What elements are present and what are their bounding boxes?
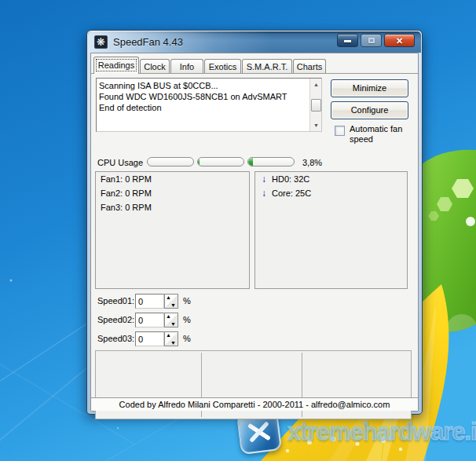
configure-button[interactable]: Configure [331,101,408,119]
speed01-input[interactable] [135,294,164,309]
spin-down-icon[interactable]: ▼ [170,340,176,346]
scroll-up-icon[interactable]: ▲ [310,79,322,90]
log-line: End of detection [99,102,307,113]
temperature-reading: ↓ HD0: 32C [255,172,407,186]
cpu-usage-fill [248,158,253,166]
client-area: Readings Clock Info Exotics S.M.A.R.T. C… [90,53,419,412]
tab-bar: Readings Clock Info Exotics S.M.A.R.T. C… [93,57,327,74]
speedfan-window: ❋ SpeedFan 4.43 ✕ Readings Clock Info Ex… [86,30,423,415]
tab-smart[interactable]: S.M.A.R.T. [242,59,292,74]
fan-reading: Fan2: 0 RPM [96,186,249,200]
tab-clock[interactable]: Clock [140,59,170,74]
temperature-reading: ↓ Core: 25C [255,186,407,200]
speed02-input[interactable] [135,313,164,327]
automatic-fan-speed-checkbox[interactable] [335,126,345,136]
cpu-usage-label: CPU Usage [97,158,143,167]
speed01-unit: % [183,296,191,306]
cpu-usage-bar-3 [247,157,295,166]
minimize-icon [344,40,351,42]
spin-down-icon[interactable]: ▼ [170,321,176,327]
speedfan-app-icon: ❋ [94,35,108,49]
tab-label: Info [180,62,194,71]
log-line: Found WDC WD1600JS-58NCB1 on AdvSMART [99,91,307,102]
temperature-label: Core: 25C [272,188,311,199]
spin-up-icon[interactable]: ▲ [166,313,171,319]
cpu-usage-bar-1 [147,157,194,166]
log-line: Scanning ISA BUS at $0CCB... [99,80,307,91]
window-maximize-button[interactable] [361,34,382,47]
detection-log[interactable]: Scanning ISA BUS at $0CCB... Found WDC W… [96,78,322,132]
window-title: SpeedFan 4.43 [113,36,183,48]
automatic-fan-speed-option[interactable]: Automatic fan speed [335,124,423,145]
close-icon: ✕ [385,35,414,46]
cpu-usage-row: CPU Usage 3,8% [91,157,427,168]
status-bar: Coded by Alfredo Milani Comparetti - 200… [91,397,418,411]
spin-up-icon[interactable]: ▲ [166,332,171,338]
window-minimize-button[interactable] [337,34,358,47]
tab-divider [91,73,418,74]
temp-down-arrow-icon: ↓ [262,174,266,185]
tab-label: Clock [144,62,166,71]
automatic-fan-speed-label: Automatic fan speed [350,124,423,145]
speed03-label: Speed03: [97,334,134,343]
temperature-panel: ↓ HD0: 32C ↓ Core: 25C [254,171,408,289]
temperature-label: HD0: 32C [272,174,309,185]
speed03-spinner[interactable]: ▲ ▼ [164,331,178,346]
log-scrollbar[interactable]: ▲ ▼ [309,79,321,131]
tab-readings[interactable]: Readings [93,57,139,74]
speed02-unit: % [183,315,191,324]
speed01-label: Speed01: [97,296,134,306]
tab-charts[interactable]: Charts [293,59,326,74]
speed03-unit: % [183,334,191,343]
minimize-button[interactable]: Minimize [331,79,408,97]
speed01-spinner[interactable]: ▲ ▼ [164,294,178,309]
scrollbar-thumb[interactable] [311,99,321,112]
temp-down-arrow-icon: ↓ [262,188,266,199]
tab-label: Charts [297,62,322,71]
tab-info[interactable]: Info [170,59,203,74]
cpu-usage-value: 3,8% [302,158,322,167]
speed02-label: Speed02: [97,315,134,324]
watermark-text: xtremehardware.it [287,418,476,446]
speed02-spinner[interactable]: ▲ ▼ [164,313,178,327]
maximize-icon [368,38,375,43]
tab-label: Readings [98,60,134,70]
speed03-input[interactable] [135,331,164,346]
window-close-button[interactable]: ✕ [384,34,415,47]
scroll-down-icon[interactable]: ▼ [310,119,322,131]
tab-label: Exotics [209,62,236,71]
cpu-usage-bar-2 [197,157,244,166]
spin-up-icon[interactable]: ▲ [166,295,171,300]
tab-label: S.M.A.R.T. [247,62,288,71]
log-lines: Scanning ISA BUS at $0CCB... Found WDC W… [99,80,307,113]
fan-readings-panel: Fan1: 0 RPM Fan2: 0 RPM Fan3: 0 RPM [95,171,250,289]
fan-reading: Fan1: 0 RPM [96,172,249,186]
tab-exotics[interactable]: Exotics [204,59,241,74]
cpu-usage-fill [198,158,200,166]
fan-reading: Fan3: 0 RPM [96,200,249,214]
spin-down-icon[interactable]: ▼ [170,302,176,308]
